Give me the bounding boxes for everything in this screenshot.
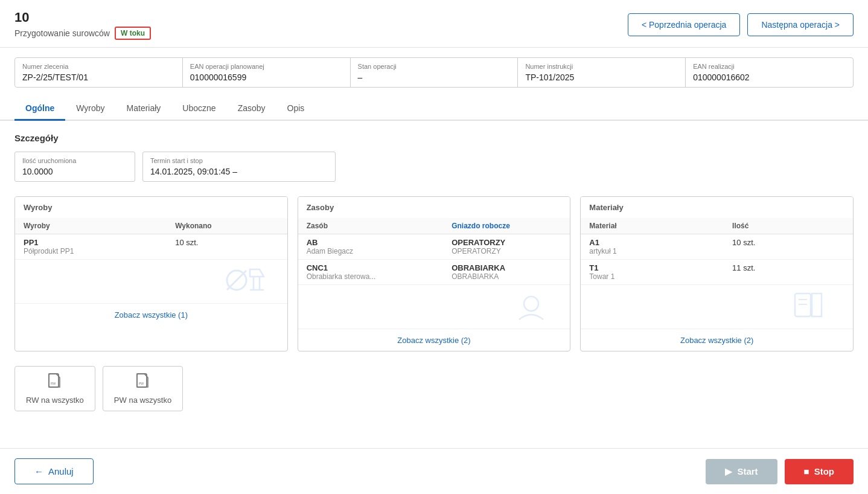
info-label-numer-zlecenia: Numer zlecenia bbox=[22, 63, 175, 70]
materialy-watermark-icon bbox=[790, 289, 832, 322]
header-subtitle: Przygotowanie surowców W toku bbox=[14, 27, 151, 40]
info-label-ean-realizacji: EAN realizacji bbox=[693, 63, 846, 70]
wyroby-table: Wyroby Wykonano PP1 Półprodukt PP1 10 sz… bbox=[15, 218, 287, 304]
detail-termin: Termin start i stop 14.01.2025, 09:01:45… bbox=[142, 152, 336, 182]
zasoby-title: Zasoby bbox=[307, 203, 562, 212]
main-content: Szczegóły Ilość uruchomiona 10.0000 Term… bbox=[0, 121, 868, 448]
info-value-stan: – bbox=[358, 72, 511, 82]
table-row-watermark bbox=[15, 260, 287, 304]
tab-opis[interactable]: Opis bbox=[276, 97, 316, 121]
info-ean-planowanej: EAN operacji planowanej 010000016599 bbox=[182, 57, 351, 88]
zasoby-see-all-row[interactable]: Zobacz wszystkie (2) bbox=[298, 329, 570, 351]
operation-title: Przygotowanie surowców bbox=[14, 28, 110, 38]
header-buttons: < Poprzednia operacja Następna operacja … bbox=[628, 13, 854, 36]
wyroby-col1-header: Wyroby bbox=[15, 218, 167, 234]
svg-text:RW: RW bbox=[51, 382, 56, 385]
info-bar: Numer zlecenia ZP-2/25/TEST/01 EAN opera… bbox=[0, 48, 868, 88]
zasoby-row1-value: OPERATORZY OPERATORZY bbox=[443, 234, 570, 260]
zasoby-watermark-icon bbox=[513, 292, 549, 322]
wyroby-col2-header: Wykonano bbox=[167, 218, 287, 234]
wyroby-watermark-icon bbox=[225, 263, 267, 297]
wyroby-title: Wyroby bbox=[24, 203, 279, 212]
svg-marker-7 bbox=[812, 294, 822, 316]
materialy-col1-header: Materiał bbox=[581, 218, 724, 234]
wyroby-see-all-link[interactable]: Zobacz wszystkie (1) bbox=[115, 310, 188, 319]
pw-button[interactable]: PW PW na wszystko bbox=[103, 366, 183, 411]
header-left: 10 Przygotowanie surowców W toku bbox=[14, 10, 151, 40]
zasoby-col1-header: Zasób bbox=[298, 218, 444, 234]
status-badge: W toku bbox=[115, 27, 151, 40]
cancel-arrow-icon: ← bbox=[34, 466, 43, 476]
header: 10 Przygotowanie surowców W toku < Poprz… bbox=[0, 0, 868, 48]
wyroby-panel: Wyroby Wyroby Wykonano PP1 Półprodu bbox=[14, 196, 288, 351]
operation-number: 10 bbox=[14, 10, 151, 25]
wyroby-watermark bbox=[24, 263, 279, 300]
svg-text:PW: PW bbox=[139, 382, 144, 385]
zasoby-row2-name: CNC1 Obrabiarka sterowa... bbox=[298, 260, 444, 285]
details-row: Ilość uruchomiona 10.0000 Termin start i… bbox=[14, 152, 854, 182]
info-value-ean-planowanej: 010000016599 bbox=[190, 72, 343, 82]
materialy-panel: Materiały Materiał Ilość A1 artykuł bbox=[580, 196, 854, 351]
rw-file-icon: RW bbox=[46, 373, 63, 390]
rw-label: RW na wszystko bbox=[26, 396, 84, 405]
zasoby-panel-header: Zasoby bbox=[298, 197, 570, 218]
stop-label: Stop bbox=[814, 466, 834, 476]
zasoby-watermark bbox=[307, 289, 562, 325]
info-numer-zlecenia: Numer zlecenia ZP-2/25/TEST/01 bbox=[14, 57, 183, 88]
rw-icon: RW bbox=[46, 373, 63, 393]
detail-label-termin: Termin start i stop bbox=[150, 157, 328, 164]
prev-operation-button[interactable]: < Poprzednia operacja bbox=[628, 13, 741, 36]
table-row: AB Adam Biegacz OPERATORZY OPERATORZY bbox=[298, 234, 570, 260]
pw-file-icon: PW bbox=[135, 373, 152, 390]
detail-label-ilosc: Ilość uruchomiona bbox=[22, 157, 127, 164]
info-value-ean-realizacji: 010000016602 bbox=[693, 72, 846, 82]
materialy-table: Materiał Ilość A1 artykuł 1 10 szt. bbox=[581, 218, 853, 329]
tab-wyroby[interactable]: Wyroby bbox=[65, 97, 115, 121]
materialy-see-all-link[interactable]: Zobacz wszystkie (2) bbox=[680, 336, 753, 345]
tabs: Ogólne Wyroby Materiały Uboczne Zasoby O… bbox=[0, 97, 868, 121]
svg-point-5 bbox=[524, 297, 538, 311]
materialy-title: Materiały bbox=[589, 203, 844, 212]
materialy-row2-name: T1 Towar 1 bbox=[581, 260, 724, 285]
materialy-see-all-row[interactable]: Zobacz wszystkie (2) bbox=[581, 329, 853, 351]
cancel-button[interactable]: ← Anuluj bbox=[14, 458, 94, 484]
table-row-watermark bbox=[298, 285, 570, 329]
wyroby-row1-value: 10 szt. bbox=[167, 234, 287, 260]
rw-button[interactable]: RW RW na wszystko bbox=[14, 366, 95, 411]
tab-ogolne[interactable]: Ogólne bbox=[14, 97, 65, 121]
stop-button[interactable]: ■ Stop bbox=[785, 459, 854, 484]
wyroby-see-all-row[interactable]: Zobacz wszystkie (1) bbox=[15, 304, 287, 326]
wyroby-row1-name: PP1 Półprodukt PP1 bbox=[15, 234, 167, 260]
materialy-row2-value: 11 szt. bbox=[724, 260, 853, 285]
details-section-title: Szczegóły bbox=[14, 133, 854, 143]
zasoby-table: Zasób Gniazdo robocze AB Adam Biegacz OP… bbox=[298, 218, 570, 329]
three-columns: Wyroby Wyroby Wykonano PP1 Półprodu bbox=[14, 196, 854, 351]
tab-uboczne[interactable]: Uboczne bbox=[171, 97, 226, 121]
materialy-panel-header: Materiały bbox=[581, 197, 853, 218]
table-row: T1 Towar 1 11 szt. bbox=[581, 260, 853, 285]
cancel-label: Anuluj bbox=[48, 466, 74, 476]
footer-right-buttons: ▶ Start ■ Stop bbox=[706, 459, 854, 484]
detail-ilosc: Ilość uruchomiona 10.0000 bbox=[14, 152, 135, 182]
info-label-instrukcja: Numer instrukcji bbox=[525, 63, 678, 70]
tab-materialy[interactable]: Materiały bbox=[116, 97, 172, 121]
table-row: CNC1 Obrabiarka sterowa... OBRABIARKA OB… bbox=[298, 260, 570, 285]
zasoby-row1-name: AB Adam Biegacz bbox=[298, 234, 444, 260]
tab-zasoby[interactable]: Zasoby bbox=[227, 97, 276, 121]
materialy-col2-header: Ilość bbox=[724, 218, 853, 234]
stop-icon: ■ bbox=[804, 466, 809, 476]
table-row: PP1 Półprodukt PP1 10 szt. bbox=[15, 234, 287, 260]
info-numer-instrukcji: Numer instrukcji TP-101/2025 bbox=[517, 57, 686, 88]
zasoby-see-all-link[interactable]: Zobacz wszystkie (2) bbox=[397, 336, 470, 345]
info-ean-realizacji: EAN realizacji 010000016602 bbox=[685, 57, 854, 88]
zasoby-panel: Zasoby Zasób Gniazdo robocze AB Ada bbox=[298, 196, 571, 351]
materialy-watermark bbox=[589, 289, 844, 325]
info-stan-operacji: Stan operacji – bbox=[350, 57, 519, 88]
footer: ← Anuluj ▶ Start ■ Stop bbox=[0, 448, 868, 494]
materialy-row1-name: A1 artykuł 1 bbox=[581, 234, 724, 260]
info-value-numer-zlecenia: ZP-2/25/TEST/01 bbox=[22, 72, 175, 82]
start-icon: ▶ bbox=[725, 466, 732, 477]
next-operation-button[interactable]: Następna operacja > bbox=[747, 13, 854, 36]
info-value-instrukcja: TP-101/2025 bbox=[525, 72, 678, 82]
pw-label: PW na wszystko bbox=[114, 396, 171, 405]
